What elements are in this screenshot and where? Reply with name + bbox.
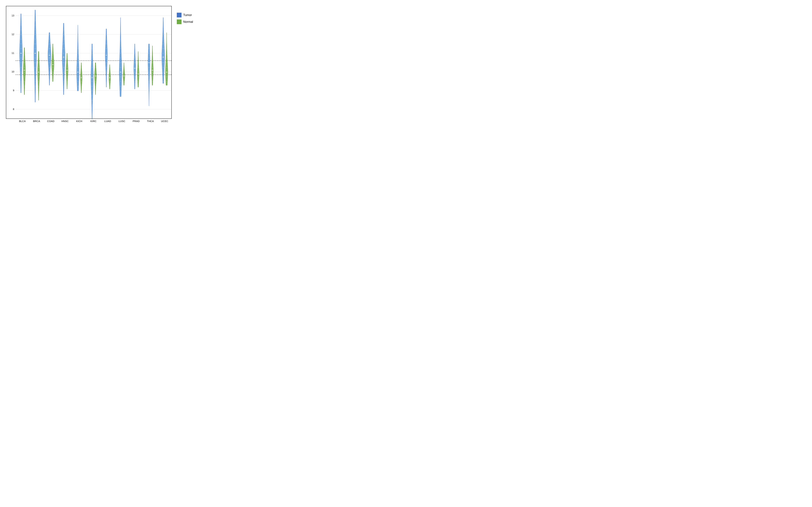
chart-area-wrapper: 8910111213 BLCABRCACOADHNSCKICHKIRCLUADL… bbox=[6, 6, 172, 122]
legend-color-box bbox=[177, 19, 182, 24]
legend-label: Tumor bbox=[183, 13, 192, 17]
x-axis-label: PRAD bbox=[129, 119, 143, 122]
x-axis-label: LUSC bbox=[115, 119, 129, 122]
y-tick-label: 9 bbox=[13, 89, 14, 92]
x-axis-labels: BLCABRCACOADHNSCKICHKIRCLUADLUSCPRADTHCA… bbox=[6, 119, 172, 122]
tumor-violin bbox=[34, 10, 37, 102]
normal-violin bbox=[137, 51, 139, 87]
normal-violin bbox=[123, 63, 125, 86]
y-tick-label: 8 bbox=[13, 108, 14, 111]
tumor-violin bbox=[148, 44, 150, 106]
y-tick-label: 13 bbox=[11, 14, 14, 17]
chart-body: 8910111213 BLCABRCACOADHNSCKICHKIRCLUADL… bbox=[4, 6, 199, 122]
x-axis-label: COAD bbox=[44, 119, 58, 122]
legend-item: Normal bbox=[177, 19, 199, 24]
tumor-violin bbox=[134, 44, 136, 89]
chart-area: 8910111213 bbox=[6, 6, 172, 119]
y-tick-label: 11 bbox=[11, 52, 14, 54]
tumor-violin bbox=[62, 23, 65, 95]
x-axis-label: KIRC bbox=[86, 119, 100, 122]
legend-item: Tumor bbox=[177, 13, 199, 17]
normal-violin bbox=[38, 51, 40, 100]
tumor-violin bbox=[48, 33, 51, 86]
chart-container: 8910111213 BLCABRCACOADHNSCKICHKIRCLUADL… bbox=[4, 4, 199, 122]
x-axis-label: UCEC bbox=[157, 119, 172, 122]
tumor-violin bbox=[162, 17, 165, 83]
y-tick-label: 10 bbox=[11, 70, 14, 73]
y-axis-ticks: 8910111213 bbox=[6, 6, 15, 118]
normal-violin bbox=[165, 33, 168, 86]
tumor-violin bbox=[119, 17, 122, 97]
normal-violin bbox=[23, 48, 26, 95]
x-axis-label: BRCA bbox=[30, 119, 44, 122]
normal-violin bbox=[66, 53, 68, 89]
y-tick-label: 12 bbox=[11, 33, 14, 36]
x-axis-label: HNSC bbox=[58, 119, 72, 122]
y-axis-label bbox=[4, 6, 6, 122]
x-axis-label: BLCA bbox=[15, 119, 30, 122]
legend-color-box bbox=[177, 13, 182, 17]
violin-plot-svg bbox=[15, 6, 172, 119]
normal-violin bbox=[95, 63, 97, 95]
x-axis-label: LUAD bbox=[101, 119, 115, 122]
legend-label: Normal bbox=[183, 20, 193, 24]
legend: TumorNormal bbox=[172, 6, 199, 122]
normal-violin bbox=[152, 46, 153, 86]
x-axis-label: THCA bbox=[143, 119, 157, 122]
x-axis-label: KICH bbox=[72, 119, 86, 122]
